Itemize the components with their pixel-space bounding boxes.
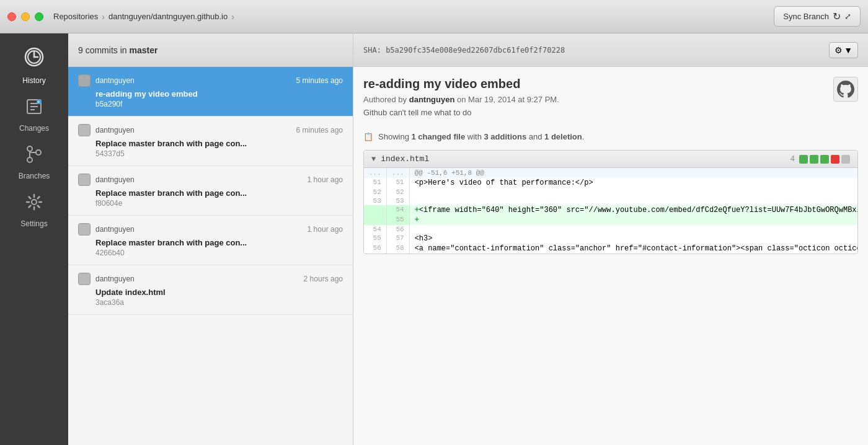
commits-count: 9 commits in master — [78, 45, 157, 55]
sync-branch-button[interactable]: Sync Branch ↻ ⤢ — [774, 6, 861, 27]
table-row: 53 53 — [364, 196, 858, 205]
line-num-old: ... — [364, 168, 386, 178]
sha-text: SHA: b5a290fc354e008e9ed22607dbc61fe0f2f… — [363, 46, 829, 55]
titlebar: Repositories › dantnguyen/dantnguyen.git… — [0, 0, 868, 33]
table-row: 56 58 <a name="contact-information" clas… — [364, 244, 858, 253]
diff-range-content: @@ -51,6 +51,8 @@ — [409, 168, 858, 178]
sidebar: History + Changes — [0, 33, 68, 445]
diff-toggle-icon[interactable]: ▼ — [371, 155, 376, 164]
stat-green-2 — [810, 155, 818, 164]
detail-content: re-adding my video embed Authored by dan… — [353, 67, 868, 445]
github-logo — [833, 77, 858, 102]
settings-icon — [25, 193, 43, 216]
line-num-new: 51 — [386, 178, 409, 188]
svg-point-12 — [36, 150, 41, 155]
avatar — [78, 223, 91, 236]
sidebar-item-changes[interactable]: + Changes — [0, 91, 68, 139]
table-row: 54 56 — [364, 225, 858, 234]
maximize-button[interactable] — [35, 12, 43, 21]
breadcrumb: Repositories › dantnguyen/dantnguyen.git… — [53, 12, 774, 22]
stat-red-1 — [831, 155, 839, 164]
line-num-new: 57 — [386, 234, 409, 244]
window-controls — [7, 12, 43, 21]
line-num-old: 56 — [364, 244, 386, 253]
commit-item[interactable]: dantnguyen 6 minutes ago Replace master … — [68, 117, 353, 166]
sync-icon: ↻ — [833, 11, 841, 22]
sidebar-branches-label: Branches — [19, 172, 50, 180]
sidebar-settings-label: Settings — [20, 219, 47, 228]
commit-message: Replace master branch with page con... — [78, 139, 343, 148]
breadcrumb-separator-2: › — [231, 12, 234, 22]
commit-author: dantnguyen — [95, 275, 299, 283]
breadcrumb-separator: › — [102, 12, 105, 22]
detail-header: SHA: b5a290fc354e008e9ed22607dbc61fe0f2f… — [353, 33, 868, 67]
sha-value: b5a290fc354e008e9ed22607dbc61fe0f2f70228 — [386, 46, 565, 55]
commit-detail-meta: Authored by dantnguyen on Mar 19, 2014 a… — [363, 95, 559, 104]
line-num-old — [364, 205, 386, 215]
avatar — [78, 74, 91, 87]
commit-hash: 54337d5 — [78, 149, 343, 158]
table-row: 51 51 <p>Here's video of that performanc… — [364, 178, 858, 188]
line-num-old: 55 — [364, 234, 386, 244]
commit-time: 1 hour ago — [308, 225, 343, 234]
diff-line-content — [409, 196, 858, 205]
diff-range-row: ... ... @@ -51,6 +51,8 @@ — [364, 168, 858, 178]
line-num-old: 52 — [364, 188, 386, 196]
commit-item[interactable]: dantnguyen 1 hour ago Replace master bra… — [68, 166, 353, 216]
diff-container: ▼ index.html 4 ... ... — [363, 150, 858, 254]
authored-on-text: on Mar 19, 2014 at 9:27 PM. — [457, 95, 559, 104]
sidebar-item-history[interactable]: History — [0, 40, 68, 91]
line-num-new: 58 — [386, 244, 409, 253]
commit-item[interactable]: dantnguyen 1 hour ago Replace master bra… — [68, 216, 353, 265]
detail-panel: SHA: b5a290fc354e008e9ed22607dbc61fe0f2f… — [353, 33, 868, 445]
line-num-old — [364, 215, 386, 225]
line-num-new: 55 — [386, 215, 409, 225]
expand-icon: ⤢ — [844, 12, 851, 21]
close-button[interactable] — [7, 12, 16, 21]
changed-files-summary: 📋 Showing 1 changed file with 3 addition… — [363, 132, 858, 141]
table-row: 54 +<iframe width="640" height="360" src… — [364, 205, 858, 215]
commit-author: dantnguyen — [95, 175, 303, 184]
table-row: 55 + — [364, 215, 858, 225]
commit-time: 2 hours ago — [304, 275, 343, 283]
commit-message: Replace master branch with page con... — [78, 188, 343, 198]
table-row: 55 57 <h3> — [364, 234, 858, 244]
commit-message: Update index.html — [78, 288, 343, 297]
sha-label: SHA: — [363, 46, 381, 55]
sidebar-item-branches[interactable]: Branches — [0, 139, 68, 187]
line-num-new: 52 — [386, 188, 409, 196]
avatar — [78, 273, 91, 285]
sidebar-item-settings[interactable]: Settings — [0, 187, 68, 234]
commit-hash: 4266b40 — [78, 249, 343, 257]
diff-stats: 4 — [790, 155, 850, 164]
repo-name[interactable]: dantnguyen/dantnguyen.github.io — [108, 12, 228, 21]
commit-hash: 3aca36a — [78, 298, 343, 307]
diff-line-content: <h3> — [409, 234, 858, 244]
stat-green-1 — [799, 155, 808, 164]
file-icon: 📋 — [363, 132, 373, 141]
line-num-old: 54 — [364, 225, 386, 234]
commit-list: dantnguyen 5 minutes ago re-adding my vi… — [68, 67, 353, 445]
commit-item[interactable]: dantnguyen 5 minutes ago re-adding my vi… — [68, 67, 353, 117]
repositories-link[interactable]: Repositories — [53, 12, 98, 21]
history-icon — [23, 46, 45, 73]
minimize-button[interactable] — [21, 12, 30, 21]
sidebar-changes-label: Changes — [19, 124, 49, 133]
authored-by-text: Authored by — [363, 95, 407, 104]
svg-text:+: + — [37, 100, 40, 104]
svg-point-14 — [32, 200, 37, 205]
branches-icon — [25, 145, 43, 168]
commit-author: dantnguyen — [95, 76, 291, 85]
commit-item[interactable]: dantnguyen 2 hours ago Update index.html… — [68, 265, 353, 315]
dropdown-arrow-icon: ▼ — [844, 45, 852, 55]
diff-line-content: <a name="contact-information" class="anc… — [409, 244, 858, 253]
diff-line-content — [409, 188, 858, 196]
gear-icon: ⚙ — [835, 45, 843, 55]
line-num-old: 51 — [364, 178, 386, 188]
commit-detail-body: Github can't tell me what to do — [363, 108, 559, 117]
gear-button[interactable]: ⚙ ▼ — [829, 42, 858, 58]
commit-detail-author: dantnguyen — [409, 95, 455, 104]
commit-panel-header: 9 commits in master — [68, 33, 353, 67]
commit-time: 1 hour ago — [308, 175, 343, 184]
diff-table: ... ... @@ -51,6 +51,8 @@ 51 51 <p>Here'… — [364, 168, 858, 253]
